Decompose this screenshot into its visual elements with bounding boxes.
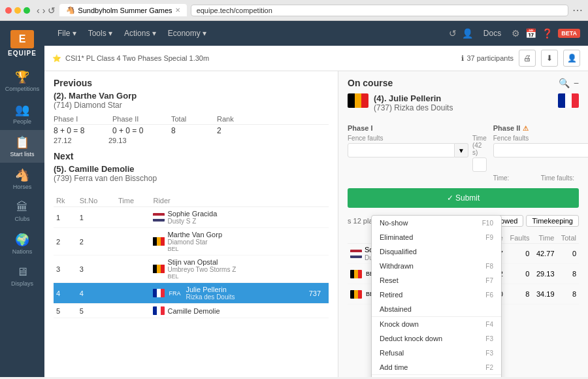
mini-total-2: 8	[557, 264, 580, 284]
add-time-shortcut: F2	[485, 364, 493, 371]
maximize-dot[interactable]	[24, 7, 30, 14]
warning-icon: ⚠	[523, 125, 529, 132]
eliminated-label: Eliminated	[380, 233, 413, 241]
sidebar-item-nations[interactable]: 🌍 Nations	[0, 227, 44, 260]
horse-name-3: Umbreyo Two Storms Z	[167, 266, 236, 273]
dropdown-disqualified[interactable]: Disqualified	[372, 244, 501, 259]
fence-faults-group: Fence faults ▼	[348, 135, 468, 172]
download-button[interactable]: ⬇	[541, 50, 558, 67]
fence-faults-arrow[interactable]: ▼	[455, 143, 468, 157]
fence-faults-dropdown-2[interactable]: ▼	[493, 143, 588, 157]
table-row[interactable]: 1 1 Sophie Gracida Dusty S Z	[54, 207, 329, 228]
stno-2: 2	[77, 228, 116, 255]
settings-icon[interactable]: ⚙	[512, 28, 520, 39]
withdrawn-shortcut: F8	[485, 263, 493, 270]
sidebar-item-people[interactable]: 👥 People	[0, 97, 44, 130]
fence-faults-dropdown[interactable]: ▼	[348, 143, 468, 157]
minimize-dot[interactable]	[14, 7, 21, 14]
table-row[interactable]: 3 3	[54, 255, 329, 283]
col-rk: Rk	[54, 195, 77, 207]
user-icon[interactable]: 👤	[462, 28, 473, 39]
dropdown-eliminated[interactable]: Eliminated F9	[372, 230, 501, 244]
actions-menu[interactable]: Actions ▾	[119, 26, 161, 41]
rider-4: FRA Julie Pellerin Rizka des Douits 737	[150, 283, 329, 304]
sidebar-item-displays[interactable]: 🖥 Displays	[0, 260, 44, 292]
col-rider: Rider	[150, 195, 329, 207]
next-title: Next	[54, 151, 329, 161]
calendar-icon[interactable]: 📅	[525, 28, 536, 39]
help-icon[interactable]: ❓	[542, 28, 553, 39]
topbar: File ▾ Tools ▾ Actions ▾ Economy ▾ ↺ 👤 D…	[44, 21, 588, 46]
sidebar-item-competitions[interactable]: 🏆 Competitions	[0, 65, 44, 97]
table-row-active[interactable]: 4 4 FRA	[54, 283, 329, 304]
stno-1: 1	[77, 207, 116, 228]
fence-faults-group-2: Fence faults ▼	[493, 135, 588, 172]
dropdown-deduct-knock[interactable]: Deduct knock down F3	[372, 331, 501, 346]
sidebar-label-competitions: Competitions	[5, 86, 40, 92]
on-course-controls: 🔍 −	[559, 78, 579, 88]
phase-scores: 27.12 29.13	[54, 137, 329, 144]
fence-faults-input-2[interactable]	[493, 143, 588, 157]
dropdown-withdrawn[interactable]: Withdrawn F8	[372, 259, 501, 273]
logo: E EQUIPE	[8, 26, 37, 65]
rider-3: Stijn van Opstal Umbreyo Two Storms Z BE…	[150, 255, 329, 283]
sidebar-item-clubs[interactable]: 🏛 Clubs	[0, 195, 44, 227]
print-button[interactable]: 🖨	[519, 50, 536, 67]
tools-menu[interactable]: Tools ▾	[83, 26, 118, 41]
refresh-icon[interactable]: ↺	[449, 28, 457, 39]
docs-link[interactable]: Docs	[478, 26, 506, 41]
phase1-inputs: Fence faults ▼ Time (42 s)	[348, 135, 487, 172]
table-row[interactable]: 5 5	[54, 304, 329, 318]
timekeeping-button[interactable]: Timekeeping	[526, 215, 579, 227]
phase2-label: Phase II ⚠	[493, 124, 588, 132]
dropdown-retired[interactable]: Retired F6	[372, 288, 501, 302]
results-table: Rk St.No Time Rider 1 1	[54, 195, 329, 318]
table-row[interactable]: 2 2	[54, 228, 329, 255]
collapse-icon[interactable]: −	[574, 78, 579, 88]
no-show-shortcut: F10	[482, 220, 493, 227]
address-bar[interactable]: equipe.tech/competition	[191, 5, 568, 16]
sidebar-item-horses[interactable]: 🐴 Horses	[0, 163, 44, 195]
time-input-1[interactable]	[472, 157, 487, 172]
search-icon[interactable]: 🔍	[559, 78, 570, 88]
file-menu[interactable]: File ▾	[52, 26, 82, 41]
tab-title: Sundbyholm Summer Games	[78, 7, 172, 14]
refresh-button[interactable]: ↺	[48, 5, 56, 16]
person-button[interactable]: 👤	[563, 50, 580, 67]
back-button[interactable]: ‹	[37, 5, 40, 16]
sidebar-item-startlists[interactable]: 📋 Start lists	[0, 130, 44, 163]
startlists-icon: 📋	[15, 135, 29, 150]
disqualified-label: Disqualified	[380, 248, 417, 255]
total-header: Total	[171, 115, 197, 123]
tab-close[interactable]: ✕	[175, 7, 180, 14]
sidebar-label-people: People	[13, 118, 31, 125]
retired-shortcut: F6	[485, 291, 493, 299]
dropdown-accumulator[interactable]: Accumulator calculator	[372, 374, 501, 377]
entry-num-4: 737	[309, 289, 326, 297]
time2-val: 29.13	[108, 137, 148, 144]
dropdown-abstained[interactable]: Abstained	[372, 302, 501, 316]
submit-button[interactable]: ✓ Submit	[348, 188, 579, 208]
mini-flag-us	[350, 250, 362, 258]
economy-menu[interactable]: Economy ▾	[163, 26, 212, 41]
forward-button[interactable]: ›	[42, 5, 46, 16]
mini-flag-be-2	[350, 290, 362, 299]
fence-faults-input[interactable]	[348, 143, 455, 157]
country-3: BEL	[167, 273, 236, 280]
phase1-label: Phase I	[348, 124, 487, 132]
tab-favicon: 🐴	[66, 6, 75, 14]
time-5	[116, 304, 150, 318]
logo-text: EQUIPE	[8, 50, 37, 57]
close-dot[interactable]	[5, 7, 12, 14]
dropdown-no-show[interactable]: No-show F10	[372, 216, 501, 230]
dropdown-refusal[interactable]: Refusal F3	[372, 346, 501, 360]
on-course-header: On course 🔍 −	[348, 78, 579, 88]
browser-menu[interactable]: ⋯	[572, 4, 583, 16]
no-show-label: No-show	[380, 219, 408, 227]
dropdown-knock-down[interactable]: Knock down F4	[372, 316, 501, 331]
dropdown-add-time[interactable]: Add time F2	[372, 360, 501, 374]
time-label-1: Time (42 s)	[472, 135, 487, 156]
rk-2: 2	[54, 228, 77, 255]
dropdown-reset[interactable]: Reset F7	[372, 273, 501, 288]
participants-badge: ℹ 37 participants	[461, 54, 514, 63]
